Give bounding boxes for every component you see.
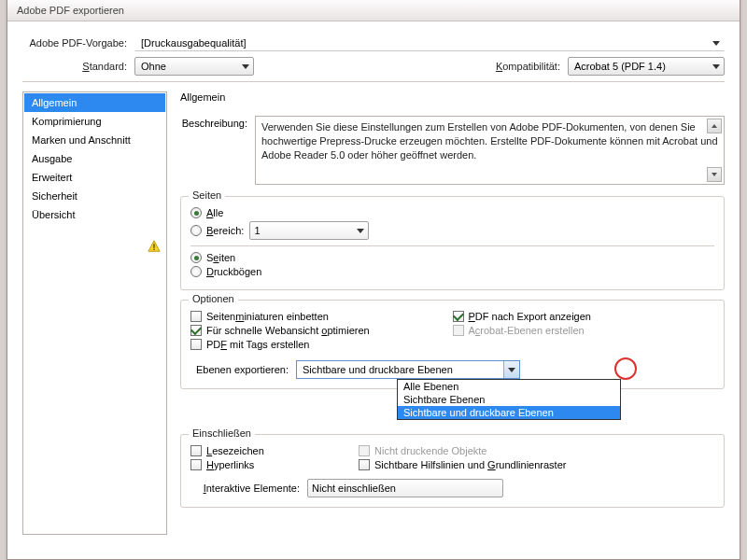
interactive-value: Nicht einschließen — [312, 483, 396, 494]
preset-value: [Druckausgabequalität] — [141, 37, 247, 49]
preset-select[interactable]: [Druckausgabequalität] — [134, 35, 725, 51]
warning-icon — [148, 240, 161, 253]
description-textarea[interactable]: Verwenden Sie diese Einstellungen zum Er… — [255, 116, 725, 185]
options-group: Optionen Seitenminiaturen einbetten Für … — [180, 300, 725, 389]
fastweb-checkbox[interactable] — [190, 325, 202, 336]
compat-value: Acrobat 5 (PDF 1.4) — [574, 61, 666, 72]
fastweb-label: Für schnelle Webansicht optimieren — [206, 325, 370, 336]
standard-value: Ohne — [141, 61, 166, 72]
chevron-down-icon — [712, 41, 720, 46]
chevron-down-icon — [712, 64, 720, 69]
pages-group: Seiten Alle Bereich: 1 — [180, 196, 725, 290]
tagged-checkbox[interactable] — [190, 339, 202, 350]
annotation-circle — [614, 357, 637, 380]
acrobatlayers-label: Acrobat-Ebenen erstellen — [469, 325, 585, 336]
sidebar-item-general[interactable]: Allgemein — [24, 93, 165, 112]
exportlayers-value: Sichtbare und druckbare Ebenen — [303, 364, 453, 375]
pages-range-input[interactable]: 1 — [249, 221, 369, 240]
sidebar-item-summary[interactable]: Übersicht — [24, 205, 165, 224]
sidebar-item-output[interactable]: Ausgabe — [24, 149, 165, 168]
compat-label: Kompatibilität: — [496, 61, 568, 72]
standard-label: Standard: — [22, 61, 134, 72]
chevron-down-icon — [508, 368, 515, 372]
chevron-down-icon — [357, 229, 364, 233]
standard-select[interactable]: Ohne — [134, 57, 254, 76]
panel-heading: Allgemein — [180, 91, 725, 103]
hyperlinks-checkbox[interactable] — [190, 459, 202, 470]
hyperlinks-label: Hyperlinks — [206, 459, 254, 470]
triangle-up-icon — [712, 124, 717, 128]
nonprinting-label: Nicht druckende Objekte — [374, 445, 486, 456]
category-sidebar: Allgemein Komprimierung Marken und Ansch… — [22, 91, 167, 535]
window-titlebar: Adobe PDF exportieren — [7, 0, 740, 21]
pages-all-radio[interactable] — [190, 207, 202, 218]
pages-range-value: 1 — [254, 225, 260, 236]
sidebar-item-advanced[interactable]: Erweitert — [24, 168, 165, 187]
scroll-down-button[interactable] — [707, 167, 722, 182]
exportlayers-option-all[interactable]: Alle Ebenen — [398, 380, 620, 393]
interactive-select[interactable]: Nicht einschließen — [307, 479, 503, 497]
include-group-title: Einschließen — [189, 427, 255, 439]
pages-range-label: Bereich: — [206, 225, 244, 236]
nonprinting-checkbox — [359, 445, 370, 456]
pages-spreads-radio[interactable] — [190, 266, 202, 277]
sidebar-item-compression[interactable]: Komprimierung — [24, 112, 165, 131]
pages-pages-label: Seiten — [206, 252, 235, 263]
exportlayers-option-visible-printable[interactable]: Sichtbare und druckbare Ebenen — [398, 406, 620, 419]
compat-select[interactable]: Acrobat 5 (PDF 1.4) — [568, 57, 725, 76]
pages-pages-radio[interactable] — [190, 252, 202, 263]
preset-label: Adobe PDF-Vorgabe: — [22, 37, 134, 49]
interactive-label: Interaktive Elemente: — [190, 483, 307, 494]
pages-group-title: Seiten — [189, 189, 225, 201]
thumbs-label: Seitenminiaturen einbetten — [206, 311, 329, 322]
description-text: Verwenden Sie diese Einstellungen zum Er… — [261, 121, 718, 161]
svg-rect-1 — [153, 244, 154, 247]
export-pdf-dialog: Adobe PDF exportieren Adobe PDF-Vorgabe:… — [7, 0, 740, 560]
exportlayers-dropdown-button[interactable] — [503, 361, 519, 378]
include-group: Einschließen Lesezeichen Hyperlinks Nich… — [180, 434, 725, 508]
pages-spreads-label: Druckbögen — [206, 266, 261, 277]
description-scrollbar[interactable] — [707, 119, 722, 182]
chevron-down-icon — [242, 64, 249, 69]
window-title: Adobe PDF exportieren — [17, 5, 124, 16]
description-label: Beschreibung: — [180, 116, 255, 185]
tagged-label: PDF mit Tags erstellen — [206, 339, 309, 350]
pages-range-radio[interactable] — [190, 225, 202, 236]
acrobatlayers-checkbox — [453, 325, 464, 336]
options-group-title: Optionen — [189, 293, 238, 304]
viewafter-checkbox[interactable] — [453, 311, 464, 322]
thumbs-checkbox[interactable] — [190, 311, 202, 322]
bookmarks-label: Lesezeichen — [206, 445, 264, 456]
sidebar-item-marks[interactable]: Marken und Anschnitt — [24, 131, 165, 149]
exportlayers-select[interactable]: Sichtbare und druckbare Ebenen — [296, 360, 520, 379]
exportlayers-option-visible[interactable]: Sichtbare Ebenen — [398, 393, 620, 406]
scroll-up-button[interactable] — [707, 119, 722, 133]
guides-label: Sichtbare Hilfslinien und Grundlinienras… — [374, 459, 566, 470]
general-panel: Allgemein Beschreibung: Verwenden Sie di… — [180, 91, 725, 535]
viewafter-label: PDF nach Export anzeigen — [469, 311, 591, 322]
guides-checkbox[interactable] — [359, 459, 370, 470]
bookmarks-checkbox[interactable] — [190, 445, 202, 456]
exportlayers-dropdown-list: Alle Ebenen Sichtbare Ebenen Sichtbare u… — [397, 379, 621, 420]
svg-rect-2 — [153, 249, 154, 250]
sidebar-item-security[interactable]: Sicherheit — [24, 187, 165, 205]
pages-all-label: Alle — [206, 207, 223, 218]
triangle-down-icon — [712, 173, 717, 176]
exportlayers-label: Ebenen exportieren: — [190, 364, 296, 375]
